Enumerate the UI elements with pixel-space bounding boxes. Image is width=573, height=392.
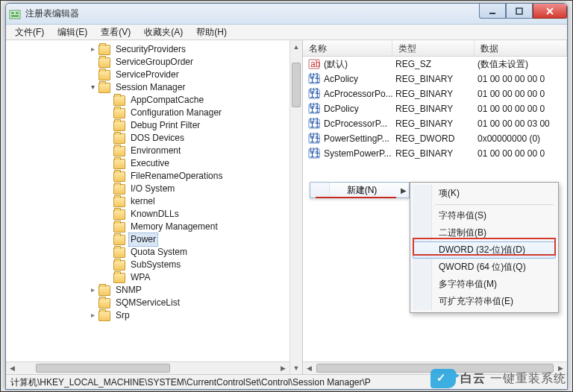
- value-data: 01 00 00 00 00 0: [478, 104, 567, 114]
- tree-row[interactable]: Memory Management: [6, 221, 289, 233]
- tree-row[interactable]: ServiceGroupOrder: [6, 56, 289, 69]
- titlebar[interactable]: 注册表编辑器: [6, 4, 567, 25]
- tree-collapse-icon[interactable]: [88, 81, 97, 94]
- tree-row[interactable]: kernel: [6, 195, 289, 208]
- tree-row[interactable]: ServiceProvider: [6, 69, 289, 81]
- value-row[interactable]: 011110AcProcessorPo...REG_BINARY01 00 00…: [303, 86, 567, 101]
- scroll-left-icon[interactable]: ◀: [6, 362, 19, 374]
- scroll-thumb[interactable]: [316, 364, 554, 373]
- svg-text:110: 110: [310, 89, 320, 100]
- maximize-button[interactable]: [506, 4, 533, 19]
- folder-icon: [98, 298, 110, 309]
- string-value-icon: ab: [307, 58, 321, 70]
- tree-item-label: Executive: [128, 157, 172, 170]
- svg-text:110: 110: [310, 134, 320, 145]
- folder-icon: [113, 197, 125, 207]
- context-item[interactable]: 项(K): [413, 185, 556, 202]
- value-row[interactable]: 011110AcPolicyREG_BINARY01 00 00 00 00 0: [303, 72, 567, 86]
- folder-icon: [98, 57, 110, 68]
- scroll-down-icon[interactable]: ▼: [290, 361, 302, 374]
- tree-item-label: Power: [128, 233, 158, 247]
- svg-text:110: 110: [310, 104, 320, 115]
- tree-row[interactable]: Power: [6, 233, 289, 246]
- column-data[interactable]: 数据: [475, 40, 567, 56]
- tree-expand-icon[interactable]: [88, 43, 97, 56]
- folder-icon: [98, 83, 110, 93]
- context-item[interactable]: DWORD (32-位)值(D): [413, 241, 556, 259]
- tree-row[interactable]: Executive: [6, 157, 289, 170]
- tree-row[interactable]: SNMP: [6, 284, 289, 297]
- value-row[interactable]: 011110PowerSettingP...REG_DWORD0x0000000…: [303, 131, 567, 146]
- tree-expand-icon[interactable]: [88, 284, 97, 297]
- tree-item-label: Memory Management: [128, 221, 220, 233]
- window-controls: [479, 4, 567, 19]
- folder-icon: [113, 235, 125, 245]
- tree-item-label: DOS Devices: [128, 132, 187, 145]
- value-type: REG_DWORD: [395, 133, 478, 144]
- tree-row[interactable]: Srp: [6, 309, 289, 322]
- tree-row[interactable]: I/O System: [6, 183, 289, 195]
- tree-row[interactable]: WPA: [6, 271, 289, 284]
- context-item[interactable]: 多字符串值(M): [413, 276, 556, 293]
- minimize-button[interactable]: [479, 4, 506, 19]
- folder-icon: [113, 273, 125, 283]
- value-row[interactable]: 011110SystemPowerP...REG_BINARY01 00 00 …: [303, 146, 567, 161]
- close-button[interactable]: [533, 4, 567, 19]
- value-type: REG_BINARY: [395, 74, 478, 84]
- tree-row[interactable]: SubSystems: [6, 259, 289, 271]
- folder-icon: [113, 121, 125, 131]
- binary-value-icon: 011110: [307, 73, 321, 85]
- scroll-thumb[interactable]: [292, 63, 301, 107]
- scroll-right-icon[interactable]: ▶: [554, 362, 567, 374]
- values-scrollbar-horizontal[interactable]: ◀ ▶: [303, 361, 567, 374]
- scroll-left-icon[interactable]: ◀: [303, 362, 316, 374]
- tree-row[interactable]: SecurityProviders: [6, 43, 289, 56]
- context-item[interactable]: 字符串值(S): [413, 207, 556, 224]
- tree-item-label: SubSystems: [128, 259, 183, 271]
- value-row[interactable]: ab(默认)REG_SZ(数值未设置): [303, 57, 567, 72]
- context-item[interactable]: 可扩充字符串值(E): [413, 293, 556, 310]
- value-name: PowerSettingP...: [324, 133, 395, 144]
- scroll-thumb[interactable]: [36, 364, 170, 373]
- tree-row[interactable]: Environment: [6, 145, 289, 157]
- tree-item-label: kernel: [128, 195, 157, 208]
- context-item[interactable]: 二进制值(B): [413, 224, 556, 241]
- tree-row[interactable]: Configuration Manager: [6, 107, 289, 119]
- tree-scrollbar-horizontal[interactable]: ◀ ▶: [6, 361, 289, 374]
- scroll-up-icon[interactable]: ▲: [290, 40, 302, 53]
- tree-item-label: WPA: [128, 271, 152, 284]
- tree-row[interactable]: AppCompatCache: [6, 94, 289, 107]
- tree-scrollbar-vertical[interactable]: ▲ ▼: [289, 40, 302, 374]
- tree-row[interactable]: Session Manager: [6, 81, 289, 94]
- tree-row[interactable]: DOS Devices: [6, 132, 289, 145]
- tree-row[interactable]: Quota System: [6, 246, 289, 259]
- menu-favorites[interactable]: 收藏夹(A): [138, 25, 189, 40]
- tree-item-label: AppCompatCache: [128, 94, 206, 107]
- menu-file[interactable]: 文件(F): [9, 25, 50, 40]
- value-row[interactable]: 011110DcProcessorP...REG_BINARY01 00 00 …: [303, 116, 567, 131]
- tree-row[interactable]: SQMServiceList: [6, 297, 289, 309]
- svg-rect-5: [516, 8, 522, 14]
- svg-rect-2: [16, 12, 19, 14]
- binary-value-icon: 011110: [307, 133, 321, 145]
- svg-rect-1: [11, 12, 14, 14]
- tree-row[interactable]: FileRenameOperations: [6, 170, 289, 183]
- scroll-right-icon[interactable]: ▶: [277, 362, 289, 374]
- menu-edit[interactable]: 编辑(E): [51, 25, 93, 40]
- menu-help[interactable]: 帮助(H): [190, 25, 233, 40]
- context-parent-new[interactable]: 新建(N) ▶: [310, 182, 410, 198]
- tree-item-label: Session Manager: [113, 81, 187, 94]
- window-title: 注册表编辑器: [25, 7, 79, 20]
- tree-expand-icon[interactable]: [88, 309, 97, 322]
- context-item[interactable]: QWORD (64 位)值(Q): [413, 259, 556, 276]
- tree-item-label: Debug Print Filter: [128, 119, 202, 132]
- menu-view[interactable]: 查看(V): [95, 25, 137, 40]
- value-row[interactable]: 011110DcPolicyREG_BINARY01 00 00 00 00 0: [303, 101, 567, 116]
- folder-icon: [113, 222, 125, 233]
- column-type[interactable]: 类型: [392, 40, 475, 56]
- tree-row[interactable]: KnownDLLs: [6, 208, 289, 221]
- tree-row[interactable]: Debug Print Filter: [6, 119, 289, 132]
- value-data: (数值未设置): [478, 58, 567, 71]
- context-icon-strip: [310, 183, 330, 197]
- column-name[interactable]: 名称: [303, 40, 392, 56]
